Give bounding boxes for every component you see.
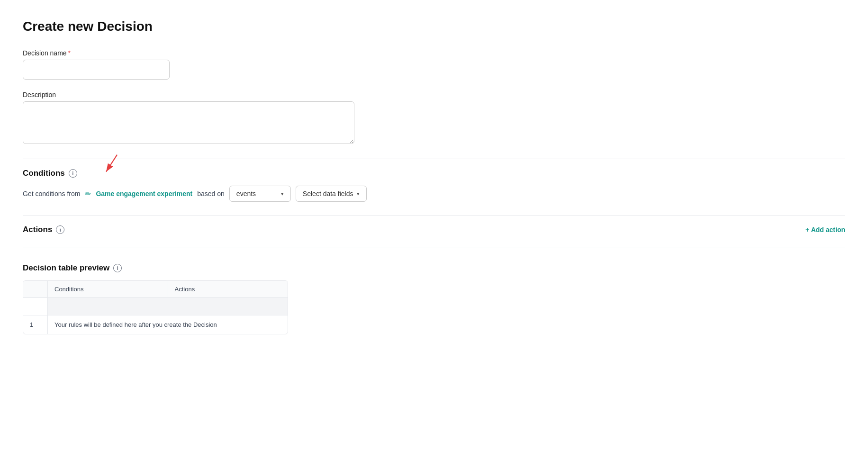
preview-col-num-header (23, 281, 48, 297)
actions-section: Actions i + Add action (23, 225, 845, 234)
conditions-divider (23, 159, 845, 159)
preview-title-row: Decision table preview i (23, 263, 845, 273)
preview-title-text: Decision table preview (23, 263, 109, 273)
actions-divider (23, 215, 845, 216)
actions-header: Actions i (23, 225, 64, 234)
table-row: 1 Your rules will be defined here after … (23, 315, 288, 334)
preview-divider (23, 248, 845, 248)
preview-row-number: 1 (23, 315, 48, 334)
preview-empty-actions (168, 298, 288, 315)
edit-icon[interactable]: ✏ (85, 189, 91, 198)
conditions-header: Conditions i (23, 169, 845, 178)
conditions-title: Conditions (23, 169, 65, 178)
preview-empty-conditions (48, 298, 168, 315)
preview-col-actions-header: Actions (168, 281, 288, 297)
preview-col-conditions-header: Conditions (48, 281, 168, 297)
data-fields-dropdown[interactable]: Select data fields ▾ (296, 186, 367, 202)
data-fields-dropdown-chevron: ▾ (357, 191, 360, 197)
preview-table: Conditions Actions 1 Your rules will be … (23, 280, 288, 334)
based-on-label: based on (197, 190, 225, 198)
conditions-section: Conditions i Get conditions from ✏ Game … (23, 169, 845, 202)
add-action-button[interactable]: + Add action (805, 226, 845, 233)
description-label: Description (23, 91, 845, 99)
conditions-info-icon[interactable]: i (69, 169, 77, 178)
actions-info-icon[interactable]: i (56, 225, 64, 234)
page-title: Create new Decision (23, 19, 845, 34)
preview-table-header: Conditions Actions (23, 281, 288, 298)
conditions-row: Get conditions from ✏ Game engagement ex… (23, 186, 845, 202)
preview-info-icon[interactable]: i (113, 264, 122, 272)
description-textarea[interactable] (23, 101, 354, 144)
actions-title: Actions (23, 225, 52, 234)
events-dropdown-chevron: ▾ (281, 191, 284, 197)
required-indicator: * (68, 49, 71, 57)
events-dropdown[interactable]: events ▾ (229, 186, 291, 202)
decision-table-preview-section: Decision table preview i Conditions Acti… (23, 263, 845, 334)
data-fields-dropdown-placeholder: Select data fields (303, 190, 353, 198)
decision-name-section: Decision name* (23, 49, 845, 80)
description-section: Description (23, 91, 845, 145)
experiment-link[interactable]: Game engagement experiment (96, 190, 192, 198)
preview-row-message: Your rules will be defined here after yo… (48, 315, 288, 334)
events-dropdown-value: events (236, 190, 256, 198)
preview-empty-num (23, 298, 48, 315)
get-conditions-label: Get conditions from (23, 190, 80, 198)
preview-empty-row (23, 298, 288, 315)
decision-name-label: Decision name* (23, 49, 845, 57)
decision-name-input[interactable] (23, 60, 170, 80)
